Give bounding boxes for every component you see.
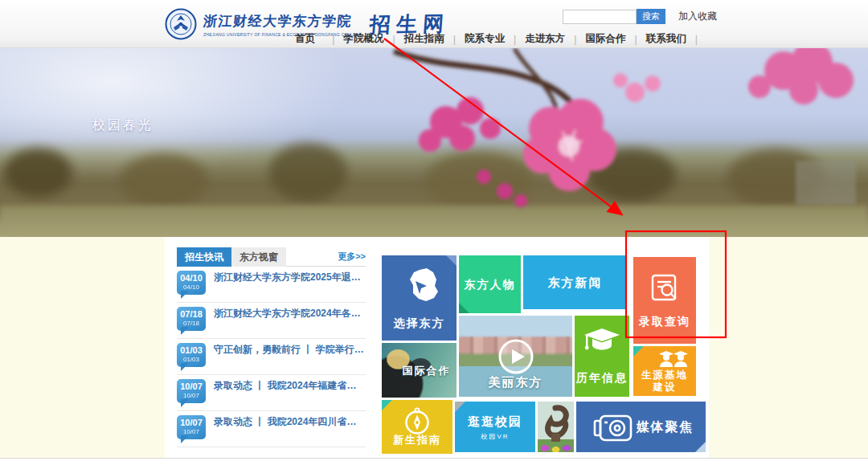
nav-item-into-dongfang[interactable]: 走进东方 bbox=[523, 32, 567, 46]
news-title-link[interactable]: 录取动态 丨 我院2024年四川省本科批录取... bbox=[214, 416, 366, 428]
document-search-icon bbox=[648, 271, 682, 305]
tile-label: 逛逛校园 bbox=[455, 414, 535, 430]
students-icon bbox=[657, 349, 690, 370]
date-badge: 10/07 10/07 bbox=[177, 379, 206, 403]
search-input[interactable] bbox=[563, 10, 637, 24]
news-item[interactable]: 04/10 04/10 浙江财经大学东方学院2025年退役大学生... bbox=[177, 267, 366, 303]
tile-sublabel: 校园VR bbox=[455, 432, 535, 441]
tile-statue-photo[interactable] bbox=[538, 402, 574, 452]
hero-banner: 校园春光 浙江省首批应用型建设试点示范院校 院校代码：0119 国家代码：132… bbox=[0, 48, 868, 237]
tile-dongfang-people[interactable]: 东方人物 bbox=[459, 255, 521, 313]
news-title-link[interactable]: 守正创新，勇毅前行 丨 学院举行2025年寒... bbox=[214, 344, 366, 356]
nav-separator: | bbox=[695, 34, 698, 45]
tab-admission-news[interactable]: 招生快讯 bbox=[177, 247, 231, 267]
tile-choose-dongfang[interactable]: 选择东方 bbox=[382, 255, 457, 341]
news-item[interactable]: 10/07 10/07 录取动态 丨 我院2024年四川省本科批录取... bbox=[177, 411, 366, 447]
date-badge: 07/18 07/18 bbox=[177, 307, 206, 331]
tile-history-info[interactable]: 历年信息 bbox=[575, 316, 629, 397]
news-item[interactable]: 01/03 01/03 守正创新，勇毅前行 丨 学院举行2025年寒... bbox=[177, 339, 366, 375]
tile-label: 媒体聚焦 bbox=[624, 419, 706, 436]
tile-label: 东方新闻 bbox=[523, 275, 627, 291]
tile-admission-query[interactable]: 录取查询 bbox=[633, 257, 696, 344]
news-title-link[interactable]: 浙江财经大学东方学院2025年退役大学生... bbox=[214, 271, 366, 284]
banner-caption: 校园春光 bbox=[92, 117, 154, 134]
tile-label: 生源基地 建设 bbox=[633, 369, 696, 394]
date-badge: 01/03 01/03 bbox=[177, 343, 206, 367]
news-item[interactable]: 07/18 07/18 浙江财经大学东方学院2024年各省录取及... bbox=[177, 303, 366, 339]
tile-label: 历年信息 bbox=[575, 371, 629, 386]
nav-item-overview[interactable]: 学院概况 bbox=[342, 32, 386, 46]
nav-item-majors[interactable]: 院系专业 bbox=[463, 32, 506, 46]
search-button[interactable]: 搜索 bbox=[637, 9, 665, 24]
header: 浙江财经大学东方学院 ZHEJIANG UNIVERSITY OF FINANC… bbox=[0, 0, 868, 48]
news-title-link[interactable]: 录取动态 丨 我院2024年福建省本科批录取... bbox=[214, 380, 366, 392]
admissions-homepage: 浙江财经大学东方学院 ZHEJIANG UNIVERSITY OF FINANC… bbox=[0, 0, 868, 461]
nav-separator: | bbox=[514, 34, 516, 45]
search-area: 搜索 加入收藏 bbox=[563, 9, 717, 24]
tile-label: 东方人物 bbox=[459, 278, 521, 292]
tab-dongfang-window[interactable]: 东方视窗 bbox=[231, 247, 286, 267]
tile-label: 选择东方 bbox=[382, 316, 457, 331]
tile-label: 美丽东方 bbox=[459, 375, 572, 390]
sculpture-icon bbox=[538, 402, 574, 452]
tile-campus-tour[interactable]: 逛逛校园 校园VR bbox=[455, 402, 535, 452]
nav-item-guide[interactable]: 招生指南 bbox=[403, 32, 446, 46]
tile-freshman-guide[interactable]: 新生指南 bbox=[382, 400, 452, 454]
fold-corner bbox=[446, 255, 457, 266]
more-link[interactable]: 更多>> bbox=[338, 251, 366, 263]
tile-label: 国际合作 bbox=[396, 364, 457, 378]
nav-separator: | bbox=[635, 34, 637, 45]
date-badge: 04/10 04/10 bbox=[177, 271, 206, 295]
nav-item-home[interactable]: 首页 bbox=[293, 32, 317, 46]
tile-source-base[interactable]: 生源基地 建设 bbox=[633, 346, 696, 396]
nav-separator: | bbox=[393, 34, 395, 45]
tile-label: 录取查询 bbox=[633, 315, 696, 329]
footer-divider bbox=[0, 458, 868, 461]
nav-separator: | bbox=[332, 34, 334, 45]
play-button-icon[interactable] bbox=[497, 338, 534, 375]
date-badge: 10/07 10/07 bbox=[177, 415, 206, 439]
zhejiang-map-icon bbox=[399, 267, 440, 307]
nav-separator: | bbox=[574, 34, 576, 45]
nav-separator: | bbox=[453, 34, 456, 45]
tile-beautiful-dongfang[interactable]: 美丽东方 bbox=[459, 316, 572, 397]
nav-item-international[interactable]: 国际合作 bbox=[584, 32, 628, 46]
nav-item-contact[interactable]: 联系我们 bbox=[645, 32, 688, 46]
add-favorite-link[interactable]: 加入收藏 bbox=[678, 10, 717, 23]
fold-corner bbox=[459, 303, 469, 313]
tile-international-cooperation[interactable]: 国际合作 bbox=[382, 343, 457, 398]
fold-corner bbox=[695, 442, 706, 452]
news-tabs: 招生快讯 东方视窗 更多>> bbox=[177, 247, 366, 267]
graduation-cap-icon bbox=[583, 327, 621, 356]
news-title-link[interactable]: 浙江财经大学东方学院2024年各省录取及... bbox=[214, 308, 366, 320]
tile-label: 新生指南 bbox=[382, 433, 452, 447]
news-item[interactable]: 10/07 10/07 录取动态 丨 我院2024年福建省本科批录取... bbox=[177, 375, 366, 411]
university-seal-icon bbox=[165, 8, 197, 40]
tile-dongfang-news[interactable]: 东方新闻 bbox=[523, 255, 627, 309]
compass-icon bbox=[402, 406, 432, 436]
university-name-cn: 浙江财经大学东方学院 bbox=[203, 12, 363, 31]
tile-media-focus[interactable]: 媒体聚焦 bbox=[576, 402, 706, 452]
main-nav: 首页| 学院概况| 招生指南| 院系专业| 走进东方| 国际合作| 联系我们| bbox=[293, 32, 705, 46]
news-section: 招生快讯 东方视窗 更多>> 04/10 04/10 浙江财经大学东方学院202… bbox=[177, 247, 366, 447]
plum-blossoms-decoration bbox=[0, 48, 868, 237]
fold-corner bbox=[455, 402, 465, 412]
